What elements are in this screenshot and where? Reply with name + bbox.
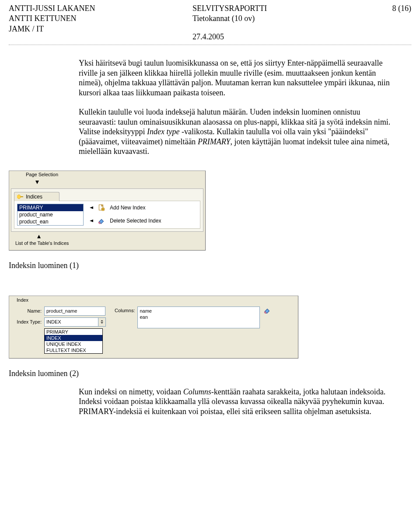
screenshot-indices-panel: Page Selection Indices PRIMARY product_n…: [9, 171, 206, 251]
callout-arrow-up: [37, 233, 41, 240]
indices-listbox[interactable]: PRIMARY product_name product_ean: [17, 204, 84, 226]
page-header: ANTTI-JUSSI LAKANEN ANTTI KETTUNEN JAMK …: [9, 3, 411, 42]
p3-em1: Columns: [183, 387, 211, 396]
callout-arrow-down-1: [35, 179, 39, 185]
caption-1: Indeksin luominen (1): [9, 261, 411, 270]
course: Tietokannat (10 ov): [192, 14, 376, 24]
delete-index-button[interactable]: Delete Selected Index: [90, 217, 161, 225]
dropdown-option[interactable]: INDEX: [45, 335, 102, 341]
page-number: 8 (16): [376, 3, 411, 14]
paragraph-1: Yksi häiritsevä bugi taulun luomisikkuna…: [79, 58, 394, 98]
list-item[interactable]: product_name: [18, 211, 83, 218]
dropdown-option[interactable]: UNIQUE INDEX: [45, 341, 102, 347]
add-index-button[interactable]: Add New Index: [90, 204, 161, 212]
author-1: ANTTI-JUSSI LAKANEN: [9, 3, 192, 14]
date: 27.4.2005: [192, 32, 376, 42]
combobox-toggle[interactable]: [98, 317, 106, 327]
column-item[interactable]: name: [140, 308, 258, 314]
eraser-icon: [98, 217, 105, 225]
delete-index-label: Delete Selected Index: [110, 218, 161, 224]
list-item[interactable]: PRIMARY: [18, 204, 83, 211]
updown-icon: [100, 320, 104, 324]
header-divider: [9, 45, 411, 45]
p3-a: Kun indeksi on nimetty, voidaan: [79, 387, 183, 396]
paragraph-3: Kun indeksi on nimetty, voidaan Columns-…: [79, 387, 394, 417]
index-actions: Add New Index Delete Selected Index: [90, 204, 161, 225]
header-right: 8 (16): [376, 3, 411, 42]
tab-label: Indices: [26, 194, 42, 200]
index-name-input[interactable]: [44, 307, 105, 316]
content-footer: Kun indeksi on nimetty, voidaan Columns-…: [79, 387, 394, 417]
header-middle: SELVITYSRAPORTTI Tietokannat (10 ov) 27.…: [192, 3, 376, 42]
callout-page-selection: Page Selection: [26, 172, 58, 177]
header-left: ANTTI-JUSSI LAKANEN ANTTI KETTUNEN JAMK …: [9, 3, 192, 42]
callout-label: Page Selection: [26, 172, 58, 177]
fieldset-legend: Index: [15, 297, 30, 303]
caption-2: Indeksin luominen (2): [9, 369, 411, 378]
screenshot-index-form: Index Name: Index Type: PRIMARY INDEX: [9, 296, 298, 359]
columns-listbox[interactable]: name ean: [137, 307, 260, 328]
arrow-left-icon: [90, 219, 93, 222]
eraser-icon[interactable]: [263, 307, 271, 314]
list-item[interactable]: product_ean: [18, 218, 83, 225]
dropdown-option[interactable]: PRIMARY: [45, 329, 102, 335]
author-2: ANTTI KETTUNEN: [9, 14, 192, 24]
name-label: Name:: [14, 308, 42, 314]
indices-panel: Indices PRIMARY product_name product_ean…: [11, 188, 203, 232]
p2-em2: PRIMARY: [198, 137, 231, 146]
index-type-value[interactable]: [44, 317, 98, 327]
index-type-dropdown[interactable]: PRIMARY INDEX UNIQUE INDEX FULLTEXT INDE…: [44, 328, 103, 354]
paragraph-2: Kullekin taululle voi luoda indeksejä ha…: [79, 107, 394, 157]
columns-label: Columns:: [115, 308, 135, 313]
org: JAMK / IT: [9, 24, 192, 34]
type-label: Index Type:: [14, 319, 42, 324]
add-index-label: Add New Index: [110, 205, 145, 211]
p2-em1: Index type: [147, 127, 179, 136]
column-item[interactable]: ean: [140, 314, 258, 320]
indices-tab[interactable]: Indices: [14, 192, 60, 201]
doc-title: SELVITYSRAPORTTI: [192, 3, 376, 14]
new-index-icon: [98, 204, 105, 212]
arrow-left-icon: [90, 206, 93, 209]
content-body: Yksi häiritsevä bugi taulun luomisikkuna…: [79, 58, 394, 157]
index-type-combobox[interactable]: [44, 317, 106, 327]
callout-list-of-indices: List of the Table's Indices: [15, 240, 69, 246]
dropdown-option[interactable]: FULLTEXT INDEX: [45, 347, 102, 353]
key-icon: [17, 195, 23, 199]
